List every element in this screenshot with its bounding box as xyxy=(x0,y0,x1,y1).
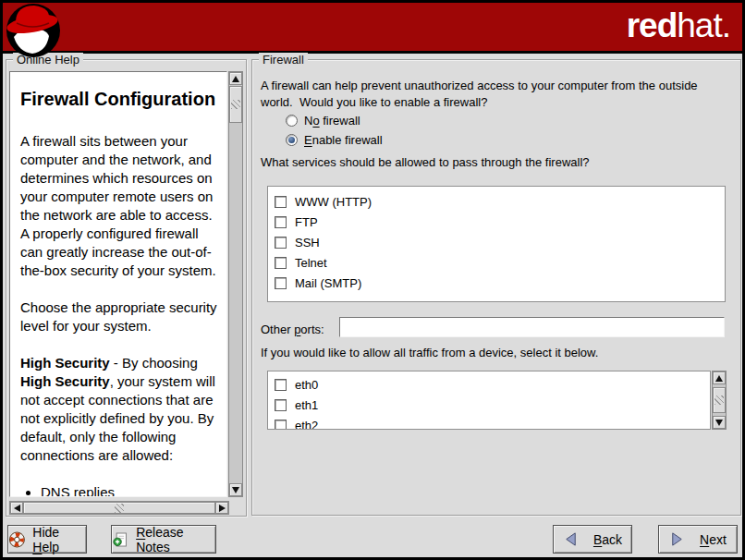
redhat-shadowman-logo xyxy=(5,2,62,59)
help-text-area: Firewall Configuration A firewall sits b… xyxy=(9,71,227,497)
arrow-down-icon xyxy=(232,487,239,493)
horizontal-scrollbar-thumb[interactable] xyxy=(23,502,215,514)
device-scrollbar-thumb[interactable] xyxy=(713,387,726,413)
checkbox-icon[interactable] xyxy=(275,420,287,431)
wordmark-light: hat. xyxy=(677,6,730,44)
checkbox-icon[interactable] xyxy=(275,237,287,249)
firewall-intro-text: A firewall can help prevent unauthorized… xyxy=(261,78,727,111)
checkbox-icon[interactable] xyxy=(275,399,287,411)
scroll-left-button[interactable] xyxy=(10,502,23,514)
release-notes-icon xyxy=(112,530,129,549)
online-help-panel: Online Help Firewall Configuration A fir… xyxy=(6,59,247,517)
radio-no-firewall-label: No firewall xyxy=(304,114,360,128)
checkbox-icon[interactable] xyxy=(275,379,287,391)
arrow-up-icon xyxy=(232,76,239,82)
devices-hint: If you would like to allow all traffic f… xyxy=(261,345,598,361)
release-notes-label: Release Notes xyxy=(136,525,215,554)
device-label: eth0 xyxy=(295,378,318,392)
service-row-ssh[interactable]: SSH xyxy=(275,232,725,252)
vertical-scrollbar-thumb[interactable] xyxy=(229,86,242,123)
help-paragraph-2: Choose the appropriate security level fo… xyxy=(20,298,217,335)
scroll-up-button[interactable] xyxy=(229,72,242,85)
other-ports-label: Other ports: xyxy=(261,322,324,338)
release-notes-button[interactable]: Release Notes xyxy=(111,525,216,554)
arrow-down-icon xyxy=(715,420,723,426)
back-button[interactable]: Back xyxy=(553,525,632,554)
help-paragraph-1: A firewall sits between your computer an… xyxy=(20,132,217,280)
next-arrow-icon xyxy=(669,531,685,547)
help-horizontal-scrollbar[interactable] xyxy=(9,501,229,515)
help-bold-high-security-2: High Security xyxy=(20,373,110,389)
hide-help-label: Hide Help xyxy=(32,525,86,554)
radio-enable-firewall-label: Enable firewall xyxy=(304,133,383,147)
device-label: eth2 xyxy=(295,419,318,431)
service-row-www[interactable]: WWW (HTTP) xyxy=(275,191,725,212)
scroll-down-button[interactable] xyxy=(713,416,726,429)
arrow-up-icon xyxy=(715,375,723,382)
arrow-right-icon xyxy=(219,505,226,512)
service-label: FTP xyxy=(295,215,318,229)
help-paragraph-3: High Security - By choosing High Securit… xyxy=(20,354,217,465)
device-list-container: eth0 eth1 eth2 xyxy=(267,371,727,430)
life-preserver-icon xyxy=(8,530,26,549)
service-row-ftp[interactable]: FTP xyxy=(275,212,725,232)
checkbox-icon[interactable] xyxy=(275,216,287,228)
help-bullet-list: DNS replies xyxy=(28,483,217,497)
next-button[interactable]: Next xyxy=(658,525,738,554)
radio-button-icon[interactable] xyxy=(286,115,298,127)
service-label: WWW (HTTP) xyxy=(295,195,372,209)
help-title: Firewall Configuration xyxy=(20,89,217,110)
installer-window: { "banner": { "brand_bold": "red", "bran… xyxy=(0,0,745,560)
hide-help-button[interactable]: Hide Help xyxy=(7,525,87,554)
checkbox-icon[interactable] xyxy=(275,196,287,208)
scroll-right-button[interactable] xyxy=(215,502,228,514)
service-row-mail[interactable]: Mail (SMTP) xyxy=(275,273,725,293)
device-list: eth0 eth1 eth2 xyxy=(267,371,711,430)
help-bold-high-security: High Security xyxy=(20,355,110,371)
service-label: Mail (SMTP) xyxy=(295,276,361,290)
firewall-panel: Firewall A firewall can help prevent una… xyxy=(251,59,741,516)
service-label: Telnet xyxy=(295,256,327,270)
next-label: Next xyxy=(700,532,727,547)
wordmark-bold: red xyxy=(627,6,678,44)
checkbox-icon[interactable] xyxy=(275,277,287,289)
service-label: SSH xyxy=(295,236,320,250)
scroll-down-button[interactable] xyxy=(229,483,242,496)
back-label: Back xyxy=(593,532,622,547)
help-bullet-dns-replies: DNS replies xyxy=(41,483,217,497)
back-arrow-icon xyxy=(563,531,579,547)
radio-no-firewall[interactable]: No firewall xyxy=(286,113,360,128)
service-row-telnet[interactable]: Telnet xyxy=(275,252,725,273)
radio-button-selected-icon[interactable] xyxy=(286,134,298,146)
device-row-eth0[interactable]: eth0 xyxy=(275,374,710,395)
redhat-wordmark: redhat. xyxy=(627,6,730,45)
services-question: What services should be allowed to pass … xyxy=(261,154,590,171)
services-list: WWW (HTTP) FTP SSH Telnet Mail (SMTP) xyxy=(267,186,726,302)
device-row-eth2[interactable]: eth2 xyxy=(275,415,710,430)
scroll-up-button[interactable] xyxy=(713,371,726,384)
device-label: eth1 xyxy=(295,398,318,412)
radio-enable-firewall[interactable]: Enable firewall xyxy=(286,132,383,147)
firewall-frame-label: Firewall xyxy=(259,53,308,67)
device-list-scrollbar[interactable] xyxy=(712,371,727,430)
device-row-eth1[interactable]: eth1 xyxy=(275,395,710,415)
checkbox-icon[interactable] xyxy=(275,257,287,269)
other-ports-input[interactable] xyxy=(339,317,725,337)
help-vertical-scrollbar[interactable] xyxy=(228,71,243,497)
arrow-left-icon xyxy=(14,505,20,512)
